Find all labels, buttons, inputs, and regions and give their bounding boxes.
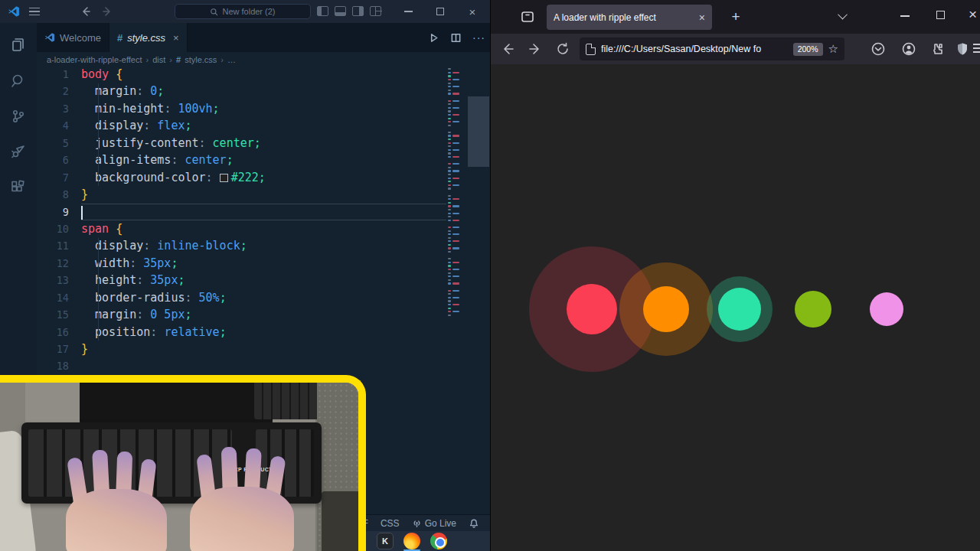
extensions-puzzle-icon[interactable] [929, 41, 945, 57]
more-actions-icon[interactable]: ··· [472, 31, 485, 44]
pocket-icon[interactable] [871, 41, 886, 57]
left-hand [66, 462, 167, 551]
line-number: 14 [37, 289, 81, 306]
indent-guide [98, 83, 99, 186]
desk-mat [322, 491, 358, 551]
customize-layout-icon[interactable] [370, 6, 381, 16]
extensions-icon[interactable] [9, 178, 28, 197]
back-icon[interactable] [500, 41, 515, 57]
color-swatch [220, 174, 228, 182]
breadcrumb-dist[interactable]: dist [152, 55, 165, 64]
css-file-icon: # [176, 55, 181, 64]
split-editor-icon[interactable] [450, 32, 462, 44]
zoom-level-badge[interactable]: 200% [793, 43, 823, 56]
browser-tab-title: A loader with ripple effect [554, 12, 694, 23]
line-number: 6 [37, 152, 81, 168]
breadcrumb-separator: › [146, 55, 149, 64]
code-line[interactable]: 17} [37, 341, 446, 357]
monitor-base [80, 383, 273, 425]
toggle-sidebar-icon[interactable] [317, 6, 328, 16]
shield-icon[interactable] [955, 41, 970, 57]
browser-minimize-button[interactable] [900, 15, 910, 17]
line-number: 1 [37, 66, 81, 83]
line-number: 4 [37, 117, 81, 134]
tab-welcome[interactable]: Welcome [37, 23, 109, 52]
breadcrumb-folder[interactable]: a-loader-with-ripple-effect [47, 55, 142, 64]
browser-close-button[interactable]: × [969, 6, 977, 23]
loader-dot [567, 284, 617, 334]
url-bar[interactable]: file:///C:/Users/Sasan/Desktop/New fo 20… [580, 37, 844, 60]
vscode-minimize-button[interactable] [395, 0, 421, 23]
page-icon [586, 44, 596, 55]
taskbar-chrome-icon[interactable] [430, 533, 447, 549]
forward-icon[interactable] [528, 41, 543, 57]
list-all-tabs-icon[interactable] [839, 12, 848, 21]
vscode-file-icon [44, 32, 55, 43]
tab-style-css[interactable]: # style.css × [109, 23, 188, 52]
vscode-close-button[interactable]: × [459, 0, 485, 23]
taskbar-firefox-icon[interactable] [403, 533, 420, 549]
breadcrumb-symbol[interactable]: … [227, 55, 236, 64]
code-line[interactable]: 8} [37, 186, 446, 203]
notifications-bell-icon[interactable] [469, 518, 479, 529]
line-number: 13 [37, 272, 81, 289]
breadcrumb[interactable]: a-loader-with-ripple-effect › dist › # s… [37, 52, 490, 67]
taskbar-k-app-icon[interactable]: K [377, 533, 394, 549]
account-icon[interactable] [901, 41, 916, 57]
css-file-icon: # [117, 32, 122, 44]
tab-welcome-label: Welcome [60, 32, 101, 44]
loader-dot [643, 286, 689, 332]
line-number: 15 [37, 306, 81, 323]
vscode-maximize-button[interactable] [427, 0, 453, 23]
command-center-search[interactable]: New folder (2) [175, 4, 311, 19]
search-sidebar-icon[interactable] [9, 72, 28, 90]
status-golive[interactable]: Go Live [412, 518, 456, 529]
hamburger-menu-icon[interactable] [973, 44, 980, 59]
line-number: 2 [37, 83, 81, 99]
tab-close-icon[interactable]: × [694, 11, 705, 24]
breadcrumb-separator: › [220, 55, 224, 64]
line-number: 18 [37, 357, 81, 374]
tab-close-icon[interactable]: × [173, 32, 179, 44]
toggle-panel-icon[interactable] [335, 6, 346, 16]
code-line[interactable]: 18 [37, 357, 446, 374]
breadcrumb-file[interactable]: style.css [185, 55, 217, 64]
back-arrow-icon[interactable] [80, 5, 92, 18]
screen: New folder (2) × [0, 0, 980, 551]
status-language[interactable]: CSS [381, 518, 400, 529]
url-text[interactable]: file:///C:/Users/Sasan/Desktop/New fo [601, 44, 788, 54]
firefox-view-icon[interactable] [520, 9, 535, 24]
vscode-logo-icon [8, 5, 20, 18]
source-control-icon[interactable] [9, 107, 28, 126]
bookmark-star-icon[interactable]: ☆ [828, 42, 838, 56]
scrollbar-thumb[interactable] [468, 96, 489, 167]
minimap[interactable] [446, 67, 466, 360]
browser-maximize-button[interactable] [936, 11, 945, 19]
tab-style-css-label: style.css [127, 32, 165, 44]
run-debug-icon[interactable] [9, 142, 28, 161]
broadcast-icon [412, 518, 422, 528]
forward-arrow-icon[interactable] [101, 5, 113, 18]
explorer-icon[interactable] [9, 35, 28, 54]
browser-toolbar: file:///C:/Users/Sasan/Desktop/New fo 20… [491, 34, 980, 64]
webcam-overlay: XP PRODUCT [0, 375, 366, 551]
line-number: 5 [37, 135, 81, 152]
editor-scrollbar[interactable] [467, 67, 490, 496]
webcam-video: XP PRODUCT [0, 383, 358, 551]
line-number: 16 [37, 324, 81, 341]
menu-icon[interactable] [29, 8, 40, 15]
new-tab-button[interactable]: + [725, 6, 746, 28]
toggle-secondary-sidebar-icon[interactable] [352, 6, 364, 16]
right-hand [190, 459, 294, 551]
reload-icon[interactable] [555, 41, 570, 57]
run-preview-icon[interactable] [428, 32, 439, 44]
line-number: 17 [37, 341, 81, 357]
code-line[interactable]: 9 [37, 204, 446, 220]
editor-actions: ··· [428, 23, 485, 52]
line-number: 10 [37, 220, 81, 237]
browser-tab[interactable]: A loader with ripple effect × [547, 5, 712, 30]
code-line[interactable]: 10span { [37, 220, 446, 237]
browser-tab-strip: A loader with ripple effect × + × [491, 0, 980, 34]
code-line[interactable]: 1body { [37, 66, 446, 83]
line-number: 8 [37, 186, 81, 203]
